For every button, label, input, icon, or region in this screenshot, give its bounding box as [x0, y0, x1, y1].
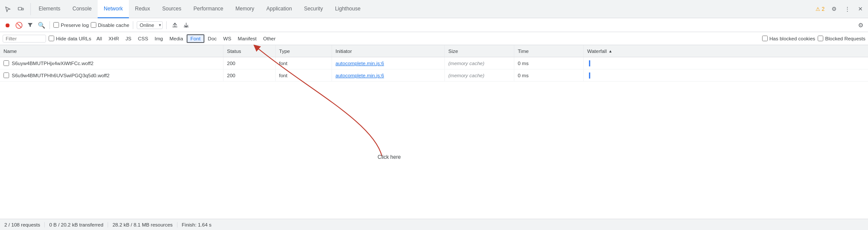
- waterfall-bar-2: [589, 72, 590, 79]
- devtools-panel: Elements Console Network Redux Sources P…: [0, 0, 868, 230]
- status-bar: 2 / 108 requests 0 B / 20.2 kB transferr…: [0, 219, 868, 230]
- blocked-requests-checkbox[interactable]: [818, 36, 823, 41]
- td-time-1: 0 ms: [514, 57, 584, 69]
- export-har-button[interactable]: [181, 20, 191, 30]
- tab-redux[interactable]: Redux: [129, 0, 156, 18]
- row-checkbox-1[interactable]: [3, 60, 9, 66]
- network-throttle-select[interactable]: Online: [137, 21, 163, 29]
- hide-data-urls-checkbox[interactable]: [49, 36, 54, 41]
- table-header: Name Status Type Initiator Size Time Wat…: [0, 45, 868, 57]
- filter-bar: Hide data URLs All XHR JS CSS Img Media …: [0, 32, 868, 45]
- td-name-1: S6uyw4BMUTPHjx4wXiWtFCc.woff2: [0, 57, 224, 69]
- toolbar-divider-3: [166, 21, 167, 29]
- table-row[interactable]: S6uyw4BMUTPHjx4wXiWtFCc.woff2 200 font a…: [0, 57, 868, 69]
- warning-badge: ⚠ 2: [813, 6, 827, 12]
- annotation-label: Click here: [378, 154, 401, 160]
- tab-bar: Elements Console Network Redux Sources P…: [0, 0, 868, 18]
- search-icon[interactable]: 🔍: [36, 20, 46, 30]
- has-blocked-cookies-label[interactable]: Has blocked cookies: [762, 36, 815, 41]
- filter-manifest[interactable]: Manifest: [235, 35, 260, 42]
- tab-console[interactable]: Console: [66, 0, 98, 18]
- tab-elements[interactable]: Elements: [33, 0, 66, 18]
- th-initiator[interactable]: Initiator: [332, 45, 445, 57]
- status-requests: 2 / 108 requests: [4, 222, 45, 227]
- hide-data-urls-label[interactable]: Hide data URLs: [49, 36, 91, 41]
- network-throttle-select-wrap: Online: [137, 21, 163, 29]
- sort-arrow-icon: ▲: [608, 49, 612, 53]
- filter-all[interactable]: All: [93, 35, 105, 42]
- td-status-2: 200: [224, 69, 276, 81]
- warning-icon: ⚠: [815, 6, 820, 12]
- filter-media[interactable]: Media: [167, 35, 186, 42]
- filter-types: Hide data URLs All XHR JS CSS Img Media …: [49, 34, 279, 43]
- filter-other[interactable]: Other: [260, 35, 279, 42]
- svg-rect-0: [18, 7, 22, 10]
- network-settings-icon[interactable]: ⚙: [856, 20, 865, 30]
- filter-font[interactable]: Font: [187, 34, 204, 43]
- toolbar-right: ⚙: [856, 20, 865, 30]
- tab-memory[interactable]: Memory: [230, 0, 260, 18]
- td-status-1: 200: [224, 57, 276, 69]
- main-tabs: Elements Console Network Redux Sources P…: [33, 0, 813, 18]
- record-button[interactable]: ⏺: [3, 20, 12, 30]
- cursor-icon[interactable]: [2, 3, 14, 15]
- import-har-button[interactable]: [170, 20, 180, 30]
- blocked-requests-label[interactable]: Blocked Requests: [818, 36, 865, 41]
- preserve-log-label[interactable]: Preserve log: [53, 22, 89, 28]
- filter-icon[interactable]: [25, 20, 35, 30]
- device-toggle-icon[interactable]: [15, 3, 27, 15]
- disable-cache-checkbox[interactable]: [91, 22, 96, 28]
- td-type-2: font: [276, 69, 332, 81]
- network-toolbar: ⏺ 🚫 🔍 Preserve log Disable cache Online: [0, 18, 868, 32]
- status-finish: Finish: 1.64 s: [178, 222, 216, 227]
- td-initiator-2[interactable]: autocomplete.min.js:6: [332, 69, 445, 81]
- tab-sources[interactable]: Sources: [156, 0, 187, 18]
- status-transferred: 0 B / 20.2 kB transferred: [45, 222, 108, 227]
- toolbar-divider-1: [49, 21, 50, 29]
- has-blocked-cookies-checkbox[interactable]: [762, 36, 768, 41]
- disable-cache-label[interactable]: Disable cache: [91, 22, 129, 28]
- filter-ws[interactable]: WS: [220, 35, 234, 42]
- th-name[interactable]: Name: [0, 45, 224, 57]
- filter-input[interactable]: [3, 35, 46, 43]
- td-waterfall-1: [584, 57, 868, 69]
- filter-css[interactable]: CSS: [135, 35, 151, 42]
- tab-security[interactable]: Security: [298, 0, 329, 18]
- filter-js[interactable]: JS: [122, 35, 134, 42]
- tab-application[interactable]: Application: [260, 0, 298, 18]
- status-resources: 28.2 kB / 8.1 MB resources: [108, 222, 178, 227]
- preserve-log-checkbox[interactable]: [53, 22, 59, 28]
- tab-lighthouse[interactable]: Lighthouse: [329, 0, 367, 18]
- clear-button[interactable]: 🚫: [14, 20, 23, 30]
- filter-xhr[interactable]: XHR: [105, 35, 122, 42]
- settings-icon[interactable]: ⚙: [828, 3, 840, 15]
- row-checkbox-2[interactable]: [3, 72, 9, 78]
- tab-network[interactable]: Network: [98, 0, 129, 18]
- td-waterfall-2: [584, 69, 868, 81]
- filter-right: Has blocked cookies Blocked Requests: [762, 36, 865, 41]
- th-status[interactable]: Status: [224, 45, 276, 57]
- table-body: S6uyw4BMUTPHjx4wXiWtFCc.woff2 200 font a…: [0, 57, 868, 82]
- close-devtools-icon[interactable]: ✕: [854, 3, 866, 15]
- td-name-2: S6u9w4BMUTPHh6UVSwiPGQ3q5d0.woff2: [0, 69, 224, 81]
- td-time-2: 0 ms: [514, 69, 584, 81]
- filter-img[interactable]: Img: [151, 35, 166, 42]
- th-type[interactable]: Type: [276, 45, 332, 57]
- svg-rect-1: [22, 8, 24, 10]
- td-type-1: font: [276, 57, 332, 69]
- toolbar-divider-2: [133, 21, 133, 29]
- td-size-2: (memory cache): [445, 69, 514, 81]
- td-size-1: (memory cache): [445, 57, 514, 69]
- th-waterfall[interactable]: Waterfall ▲: [584, 45, 868, 57]
- toolbar-icons: [2, 3, 31, 15]
- more-options-icon[interactable]: ⋮: [841, 3, 853, 15]
- filter-doc[interactable]: Doc: [205, 35, 220, 42]
- th-size[interactable]: Size: [445, 45, 514, 57]
- th-time[interactable]: Time: [514, 45, 584, 57]
- tab-bar-right: ⚠ 2 ⚙ ⋮ ✕: [813, 3, 866, 15]
- table-row[interactable]: S6u9w4BMUTPHh6UVSwiPGQ3q5d0.woff2 200 fo…: [0, 69, 868, 82]
- tab-performance[interactable]: Performance: [187, 0, 230, 18]
- waterfall-bar-1: [589, 60, 590, 66]
- td-initiator-1[interactable]: autocomplete.min.js:6: [332, 57, 445, 69]
